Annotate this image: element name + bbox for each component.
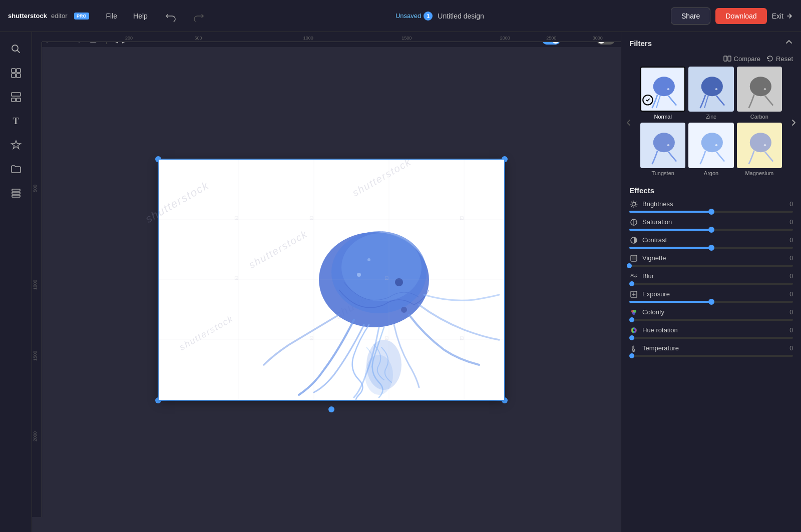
exit-arrow-icon bbox=[786, 13, 793, 20]
ruler-mark-2000: 2000 bbox=[500, 36, 510, 41]
colorify-thumb[interactable] bbox=[629, 317, 634, 322]
filters-next-button[interactable] bbox=[788, 116, 799, 131]
filter-carbon-label: Carbon bbox=[750, 114, 768, 120]
exposure-svg bbox=[630, 290, 638, 298]
filter-zinc-thumb bbox=[688, 67, 733, 112]
svg-point-22 bbox=[367, 258, 370, 261]
svg-rect-7 bbox=[17, 74, 21, 78]
saturation-label: Saturation bbox=[642, 218, 785, 226]
filters-prev-button[interactable] bbox=[623, 116, 634, 131]
effect-vignette: Vignette 0 bbox=[629, 254, 793, 267]
blur-thumb[interactable] bbox=[629, 281, 634, 286]
svg-rect-6 bbox=[12, 74, 16, 78]
sidebar-grid-button[interactable] bbox=[5, 86, 27, 108]
effect-brightness-header: Brightness 0 bbox=[629, 200, 793, 209]
vignette-slider[interactable] bbox=[629, 265, 793, 267]
file-menu[interactable]: File bbox=[99, 9, 125, 23]
topbar-center: Unsaved 1 Untitled design bbox=[215, 12, 665, 21]
temperature-slider[interactable] bbox=[629, 355, 793, 357]
jellyfish-image: ⊡ ⊡ ⊡ ⊡ ⊡ ⊡ ⊡ ⊡ bbox=[159, 160, 504, 400]
effects-title: Effects bbox=[629, 186, 793, 195]
filter-carbon[interactable]: Carbon bbox=[737, 67, 782, 120]
filter-argon-label: Argon bbox=[704, 170, 718, 176]
temperature-thumb[interactable] bbox=[629, 353, 634, 358]
unsaved-label: Unsaved bbox=[395, 12, 421, 20]
design-title[interactable]: Untitled design bbox=[438, 12, 484, 20]
filter-tungsten-preview bbox=[641, 124, 684, 167]
topbar: shutterstock editor PRO File Help Unsave… bbox=[0, 0, 801, 32]
sidebar-search-button[interactable] bbox=[5, 38, 27, 60]
text-icon: T bbox=[13, 116, 19, 127]
handle-rotate[interactable] bbox=[328, 406, 334, 412]
right-panel: Filters Compare Reset bbox=[621, 32, 801, 532]
filter-normal[interactable]: Normal bbox=[640, 67, 685, 120]
effects-section: Effects Brightness 0 bbox=[621, 182, 801, 532]
topbar-right: Share Download Exit bbox=[671, 8, 793, 25]
svg-point-51 bbox=[749, 77, 771, 96]
saturation-fill bbox=[629, 229, 711, 231]
hue-thumb[interactable] bbox=[629, 335, 634, 340]
ruler-corner bbox=[32, 32, 42, 42]
effect-temperature: Temperature 0 bbox=[629, 344, 793, 357]
brightness-slider[interactable] bbox=[629, 211, 793, 213]
canvas-area[interactable]: 200 500 1000 1500 2000 2500 3000 500 100… bbox=[32, 32, 621, 532]
exposure-icon bbox=[629, 290, 638, 299]
colorify-value: 0 bbox=[789, 309, 793, 316]
svg-text:⊡: ⊡ bbox=[460, 335, 464, 341]
contrast-slider[interactable] bbox=[629, 247, 793, 249]
contrast-value: 0 bbox=[789, 237, 793, 244]
svg-point-20 bbox=[365, 355, 393, 395]
saturation-thumb[interactable] bbox=[708, 227, 714, 233]
filter-zinc[interactable]: Zinc bbox=[688, 67, 733, 120]
redo-button[interactable] bbox=[188, 8, 209, 25]
filter-argon[interactable]: Argon bbox=[688, 123, 733, 176]
hue-slider[interactable] bbox=[629, 337, 793, 339]
undo-button[interactable] bbox=[161, 8, 182, 25]
grid-icon bbox=[11, 92, 22, 103]
chevron-up-icon bbox=[785, 38, 793, 46]
colorify-slider[interactable] bbox=[629, 319, 793, 321]
svg-rect-8 bbox=[12, 93, 21, 96]
ruler-mark-2500: 2500 bbox=[546, 36, 556, 41]
effect-contrast-header: Contrast 0 bbox=[629, 236, 793, 245]
design-frame[interactable]: shutterstock shutterstock shutterstock s… bbox=[159, 160, 504, 400]
filter-zinc-preview bbox=[689, 68, 732, 111]
effect-blur: Blur 0 bbox=[629, 272, 793, 285]
filter-magnesium[interactable]: Magnesium bbox=[737, 123, 782, 176]
folder-icon bbox=[11, 164, 22, 175]
effect-hue-header: Hue rotation 0 bbox=[629, 326, 793, 335]
help-menu[interactable]: Help bbox=[126, 9, 155, 23]
sidebar-folder-button[interactable] bbox=[5, 158, 27, 180]
ruler-mark-200: 200 bbox=[125, 36, 133, 41]
filter-tungsten[interactable]: Tungsten bbox=[640, 123, 685, 176]
sidebar-layers-button[interactable] bbox=[5, 182, 27, 204]
reset-button[interactable]: Reset bbox=[766, 55, 793, 63]
filters-collapse-button[interactable] bbox=[785, 38, 793, 49]
layers-icon bbox=[11, 188, 22, 199]
contrast-thumb[interactable] bbox=[708, 245, 714, 251]
exposure-slider[interactable] bbox=[629, 301, 793, 303]
sidebar-layout-button[interactable] bbox=[5, 62, 27, 84]
share-button[interactable]: Share bbox=[671, 8, 710, 25]
svg-point-57 bbox=[701, 133, 723, 153]
temperature-svg bbox=[630, 344, 638, 352]
saturation-value: 0 bbox=[789, 219, 793, 226]
saturation-slider[interactable] bbox=[629, 229, 793, 231]
exit-button[interactable]: Exit bbox=[772, 12, 793, 20]
svg-text:⊡: ⊡ bbox=[384, 275, 388, 281]
svg-point-16 bbox=[341, 233, 422, 301]
sidebar-elements-button[interactable] bbox=[5, 134, 27, 156]
main-area: T 200 500 1000 bbox=[0, 32, 801, 532]
hue-svg bbox=[630, 326, 638, 334]
sidebar-text-button[interactable]: T bbox=[5, 110, 27, 132]
filter-argon-thumb bbox=[688, 123, 733, 168]
exposure-thumb[interactable] bbox=[708, 299, 714, 305]
vignette-thumb[interactable] bbox=[627, 263, 632, 268]
compare-button[interactable]: Compare bbox=[723, 55, 760, 63]
blur-slider[interactable] bbox=[629, 283, 793, 285]
download-button[interactable]: Download bbox=[715, 8, 766, 24]
ruler-mark-1500: 1500 bbox=[402, 36, 412, 41]
brightness-thumb[interactable] bbox=[708, 209, 714, 215]
saturation-svg bbox=[630, 218, 638, 226]
ruler-top: 200 500 1000 1500 2000 2500 3000 bbox=[42, 32, 621, 42]
